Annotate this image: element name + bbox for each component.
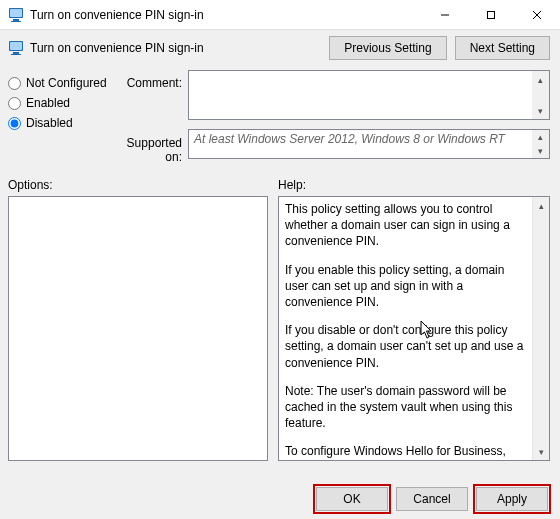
svg-rect-5 (488, 11, 495, 18)
radio-label: Not Configured (26, 76, 107, 90)
apply-button[interactable]: Apply (476, 487, 548, 511)
window-title: Turn on convenience PIN sign-in (30, 8, 422, 22)
scroll-down-icon[interactable]: ▾ (532, 102, 549, 119)
svg-rect-11 (11, 54, 21, 55)
previous-setting-button[interactable]: Previous Setting (329, 36, 446, 60)
help-content: This policy setting allows you to contro… (279, 197, 532, 460)
close-button[interactable] (514, 0, 560, 30)
supported-label: Supported on: (116, 126, 188, 164)
help-text: To configure Windows Hello for Business,… (285, 443, 526, 460)
svg-rect-9 (10, 42, 22, 50)
dialog-footer: OK Cancel Apply (316, 487, 548, 511)
titlebar: Turn on convenience PIN sign-in (0, 0, 560, 30)
policy-icon (8, 40, 24, 56)
help-text: If you enable this policy setting, a dom… (285, 262, 526, 311)
options-panel (8, 196, 268, 461)
cancel-button[interactable]: Cancel (396, 487, 468, 511)
scroll-up-icon[interactable]: ▴ (533, 197, 549, 214)
help-label: Help: (278, 178, 306, 192)
help-text: This policy setting allows you to contro… (285, 201, 526, 250)
maximize-button[interactable] (468, 0, 514, 30)
comment-text[interactable] (189, 71, 532, 119)
help-panel: This policy setting allows you to contro… (278, 196, 550, 461)
radio-enabled[interactable]: Enabled (8, 96, 116, 110)
radio-enabled-input[interactable] (8, 97, 21, 110)
svg-rect-3 (11, 21, 21, 22)
svg-rect-1 (10, 9, 22, 17)
radio-disabled[interactable]: Disabled (8, 116, 116, 130)
svg-rect-2 (13, 19, 19, 21)
scroll-down-icon[interactable]: ▾ (533, 443, 549, 460)
radio-label: Enabled (26, 96, 70, 110)
radio-not-configured-input[interactable] (8, 77, 21, 90)
radio-not-configured[interactable]: Not Configured (8, 76, 116, 90)
minimize-button[interactable] (422, 0, 468, 30)
scroll-up-icon[interactable]: ▴ (532, 130, 549, 144)
supported-text: At least Windows Server 2012, Windows 8 … (189, 130, 532, 158)
comment-field[interactable]: ▴ ▾ (188, 70, 550, 120)
scroll-down-icon[interactable]: ▾ (532, 144, 549, 158)
svg-rect-10 (13, 52, 19, 54)
options-label: Options: (8, 178, 278, 192)
header-row: Turn on convenience PIN sign-in Previous… (0, 30, 560, 66)
state-radio-group: Not Configured Enabled Disabled (8, 70, 116, 164)
supported-field: At least Windows Server 2012, Windows 8 … (188, 129, 550, 159)
help-text: If you disable or don't configure this p… (285, 322, 526, 371)
scrollbar[interactable]: ▴ ▾ (532, 130, 549, 158)
radio-label: Disabled (26, 116, 73, 130)
scrollbar[interactable]: ▴ ▾ (532, 71, 549, 119)
ok-button[interactable]: OK (316, 487, 388, 511)
scrollbar[interactable]: ▴ ▾ (532, 197, 549, 460)
policy-icon (8, 7, 24, 23)
help-text: Note: The user's domain password will be… (285, 383, 526, 432)
radio-disabled-input[interactable] (8, 117, 21, 130)
comment-label: Comment: (116, 70, 188, 126)
next-setting-button[interactable]: Next Setting (455, 36, 550, 60)
scroll-up-icon[interactable]: ▴ (532, 71, 549, 88)
policy-name: Turn on convenience PIN sign-in (30, 41, 329, 55)
